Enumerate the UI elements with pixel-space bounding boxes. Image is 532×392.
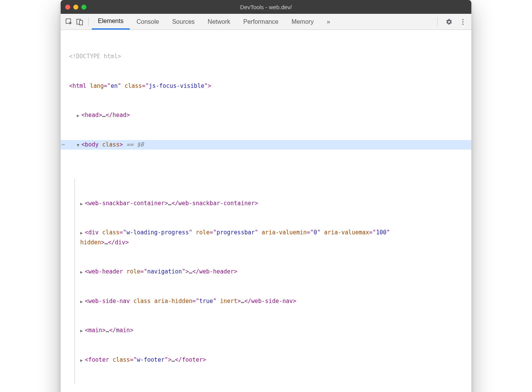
expand-icon[interactable]: ▶ xyxy=(80,230,85,237)
expand-icon[interactable]: ▶ xyxy=(80,298,85,306)
device-toolbar-icon[interactable] xyxy=(74,16,85,27)
tab-memory[interactable]: Memory xyxy=(285,14,320,30)
inspect-element-icon[interactable] xyxy=(64,16,74,27)
minimize-button[interactable] xyxy=(73,5,78,10)
toolbar-divider xyxy=(437,17,438,26)
tab-overflow[interactable]: » xyxy=(321,14,336,30)
dom-doctype[interactable]: <!DOCTYPE html> xyxy=(61,52,471,62)
maximize-button[interactable] xyxy=(81,5,86,10)
svg-point-5 xyxy=(462,23,463,25)
dom-child[interactable]: ▶<web-snackbar-container>…</web-snackbar… xyxy=(80,199,471,209)
titlebar: DevTools - web.dev/ xyxy=(61,0,471,14)
tab-network[interactable]: Network xyxy=(202,14,236,30)
overflow-icon[interactable]: ⋯ xyxy=(61,140,65,150)
svg-point-3 xyxy=(462,19,463,20)
expand-icon[interactable]: ▶ xyxy=(80,201,85,208)
tab-sources[interactable]: Sources xyxy=(166,14,201,30)
dom-child[interactable]: ▶<main>…</main> xyxy=(80,326,471,336)
expand-icon[interactable]: ▶ xyxy=(80,328,85,335)
tab-console[interactable]: Console xyxy=(131,14,165,30)
dom-body-children: ▶<web-snackbar-container>…</web-snackbar… xyxy=(74,179,471,385)
toolbar-divider xyxy=(88,17,89,26)
collapse-icon[interactable]: ▼ xyxy=(77,142,81,149)
tab-elements[interactable]: Elements xyxy=(92,14,130,30)
traffic-lights xyxy=(65,5,86,10)
expand-icon[interactable]: ▶ xyxy=(77,112,81,120)
window-title: DevTools - web.dev/ xyxy=(61,4,471,10)
toolbar-right xyxy=(434,16,468,27)
dom-child[interactable]: ▶<web-side-nav class aria-hidden="true" … xyxy=(80,296,471,306)
toolbar: Elements Console Sources Network Perform… xyxy=(61,14,471,30)
expand-icon[interactable]: ▶ xyxy=(80,269,85,276)
more-icon[interactable] xyxy=(458,16,468,27)
close-button[interactable] xyxy=(65,5,70,10)
devtools-window: DevTools - web.dev/ Elements Console Sou… xyxy=(61,0,471,392)
svg-rect-2 xyxy=(79,20,83,25)
gear-icon[interactable] xyxy=(444,16,454,27)
expand-icon[interactable]: ▶ xyxy=(80,357,85,364)
svg-point-4 xyxy=(462,21,463,22)
tab-performance[interactable]: Performance xyxy=(237,14,285,30)
dom-head[interactable]: ▶<head>…</head> xyxy=(61,110,471,120)
dom-tree[interactable]: <!DOCTYPE html> <html lang="en" class="j… xyxy=(61,30,471,392)
dom-html-open[interactable]: <html lang="en" class="js-focus-visible"… xyxy=(61,81,471,91)
main-tabs: Elements Console Sources Network Perform… xyxy=(92,14,336,30)
dom-child[interactable]: ▶<web-header role="navigation">…</web-he… xyxy=(80,267,471,277)
dom-body-open[interactable]: ⋯▼<body class> == $0 xyxy=(61,140,471,150)
dom-child[interactable]: ▶<footer class="w-footer">…</footer> xyxy=(80,355,471,365)
dom-child[interactable]: ▶<div class="w-loading-progress" role="p… xyxy=(80,228,471,247)
